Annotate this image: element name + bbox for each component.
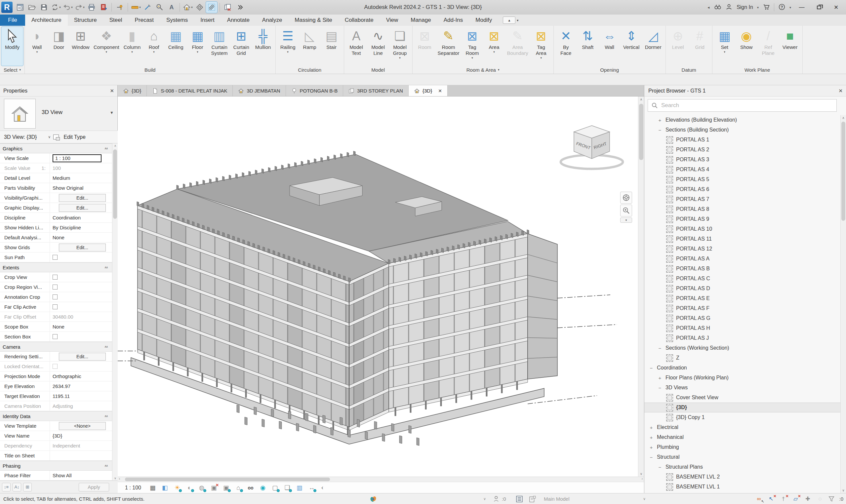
property-value[interactable]: Coordination (50, 213, 112, 222)
property-value[interactable]: 2634.97 (50, 381, 112, 391)
view-tab-3d-jembatan[interactable]: 3D JEMBATAN (233, 85, 286, 96)
shadows-icon[interactable]: ◐ (185, 484, 193, 492)
window-button[interactable]: ⊞Window (70, 27, 92, 66)
collapse-icon[interactable]: − (658, 464, 662, 470)
expand-icon[interactable]: + (658, 375, 662, 381)
tree-item-elevations-building-elevation-[interactable]: +Elevations (Building Elevation) (644, 115, 841, 125)
property-value[interactable]: Adjusting (50, 401, 112, 411)
property-value[interactable]: Edit... (50, 242, 112, 252)
view-tab-potongan-b-b[interactable]: POTONGAN B-B (286, 85, 343, 96)
edit-button[interactable]: <None> (59, 422, 106, 430)
ceiling-button[interactable]: ▦Ceiling (165, 27, 187, 66)
open-icon[interactable] (26, 2, 38, 13)
expand-icon[interactable]: + (649, 445, 653, 450)
tree-item-electrical[interactable]: +Electrical (644, 422, 841, 432)
scroll-up-icon[interactable]: ∧ (112, 144, 118, 147)
edit-button[interactable]: Edit... (59, 244, 106, 252)
modify-pin-icon[interactable] (114, 2, 125, 13)
scroll-down-icon[interactable]: ∨ (638, 472, 644, 475)
by-face-button[interactable]: ✕By Face (555, 27, 577, 66)
edit-type-button[interactable]: Edit Type (64, 134, 85, 140)
property-value[interactable] (50, 451, 112, 461)
tree-item-mechanical[interactable]: +Mechanical (644, 432, 841, 442)
ribbon-tab-systems[interactable]: Systems (160, 15, 194, 26)
ribbon-tab-annotate[interactable]: Annotate (221, 15, 256, 26)
wall-opening-button[interactable]: ⇔Wall (599, 27, 620, 66)
move-with-nearby-icon[interactable]: ↔ (308, 484, 316, 492)
tree-item-sections-building-section-[interactable]: −Sections (Building Section) (644, 125, 841, 135)
railing-button[interactable]: ☰Railing▾ (277, 27, 299, 66)
property-value[interactable]: Medium (50, 173, 112, 183)
collapse-search-icon[interactable]: ◄ (707, 6, 710, 9)
panel-label-room-area[interactable]: Room & Area▾ (413, 66, 554, 74)
close-button[interactable]: ✕ (829, 2, 843, 13)
floor-button[interactable]: ▦Floor▾ (187, 27, 209, 66)
ribbon-tab-file[interactable]: File (0, 15, 25, 26)
tree-item-portal-as-9[interactable]: PORTAL AS 9 (644, 214, 841, 224)
mullion-button[interactable]: ╬Mullion (252, 27, 274, 66)
property-value[interactable]: 30480.00 (50, 312, 112, 322)
canvas-hscrollbar[interactable]: ‹ › (118, 476, 644, 482)
shaft-button[interactable]: ⇅Shaft (577, 27, 599, 66)
roof-button[interactable]: ⌂Roof▾ (143, 27, 165, 66)
property-value[interactable]: {3D} (50, 431, 112, 440)
worksets-dropdown-icon[interactable]: ∨ (483, 493, 486, 504)
property-value[interactable] (50, 362, 112, 371)
collapse-icon[interactable]: − (658, 385, 662, 391)
scroll-up-icon[interactable]: ∧ (841, 116, 846, 120)
scroll-down-icon[interactable]: ∨ (841, 488, 846, 492)
checkbox[interactable] (53, 304, 57, 309)
ribbon-tab-analyze[interactable]: Analyze (256, 15, 288, 26)
sort-menu-icon[interactable]: ↕≡ (2, 483, 11, 491)
sync-icon[interactable]: ▾ (50, 2, 61, 13)
displaced-elements-icon[interactable]: ▥ (295, 484, 304, 492)
steering-wheel-icon[interactable] (620, 192, 632, 203)
drag-on-selection-icon[interactable]: ✚ (804, 495, 812, 503)
edit-button[interactable]: Edit... (59, 353, 106, 361)
ribbon-tab-structure[interactable]: Structure (68, 15, 103, 26)
tree-item-sections-working-section-[interactable]: −Sections (Working Section) (644, 343, 841, 353)
property-value[interactable]: <None> (50, 421, 112, 431)
sort-alpha-icon[interactable]: A↕ (13, 483, 21, 491)
tree-item-structural[interactable]: −Structural (644, 452, 841, 462)
checkbox[interactable] (53, 255, 57, 260)
view-tab-3rd-storey-plan[interactable]: 3RD STOREY PLAN (343, 85, 409, 96)
tree-item-portal-as-d[interactable]: PORTAL AS D (644, 284, 841, 293)
tree-item-floor-plans-working-plan-[interactable]: +Floor Plans (Working Plan) (644, 373, 841, 383)
modify-button[interactable]: Modify (1, 27, 23, 66)
tree-item-z[interactable]: Z (644, 353, 841, 363)
selection-filter-icon[interactable] (828, 496, 835, 502)
save-icon[interactable] (38, 2, 50, 13)
select-pinned-icon[interactable]: †✕ (779, 495, 787, 503)
tree-item-basement-lvl-1[interactable]: BASEMENT LVL 1 (644, 482, 841, 492)
property-value[interactable]: By Discipline (50, 223, 112, 232)
ribbon-tab-collaborate[interactable]: Collaborate (339, 15, 380, 26)
section-collapse-icon[interactable]: ∧∧ (105, 147, 107, 150)
tree-item-portal-as-a[interactable]: PORTAL AS A (644, 254, 841, 264)
collapse-icon[interactable]: − (649, 454, 653, 460)
property-value[interactable] (50, 282, 112, 292)
scroll-up-icon[interactable]: ∧ (638, 97, 644, 101)
browser-search-input[interactable]: Search (648, 99, 837, 112)
visual-style-icon[interactable]: ◧ (161, 484, 169, 492)
property-value[interactable]: None (50, 233, 112, 242)
close-view-tab-icon[interactable]: ✕ (438, 88, 442, 93)
wall-button[interactable]: ◗Wall▾ (26, 27, 48, 66)
customize-qat-icon[interactable] (234, 2, 245, 13)
property-value[interactable]: None (50, 322, 112, 331)
default-3d-view-icon[interactable]: ▾ (182, 2, 193, 13)
temporary-hide-isolate-icon[interactable]: oo (247, 484, 255, 492)
view-tab--3d-[interactable]: {3D} (118, 85, 147, 96)
area-button[interactable]: ⊠Area▾ (483, 27, 505, 66)
property-value[interactable] (50, 332, 112, 341)
ribbon-tab-add-ins[interactable]: Add-Ins (437, 15, 469, 26)
property-value[interactable] (50, 292, 112, 302)
ribbon-tab-manage[interactable]: Manage (404, 15, 437, 26)
type-selector[interactable]: 3D View: {3D} ∨ Edit Type (0, 131, 118, 143)
ribbon-tab-steel[interactable]: Steel (103, 15, 129, 26)
help-icon[interactable]: ? (778, 3, 786, 12)
property-value[interactable]: 1 : 100 (50, 154, 112, 163)
tree-item-portal-as-7[interactable]: PORTAL AS 7 (644, 194, 841, 204)
property-value[interactable]: Show All (50, 471, 112, 480)
select-by-face-icon[interactable]: ▱✕ (791, 495, 799, 503)
